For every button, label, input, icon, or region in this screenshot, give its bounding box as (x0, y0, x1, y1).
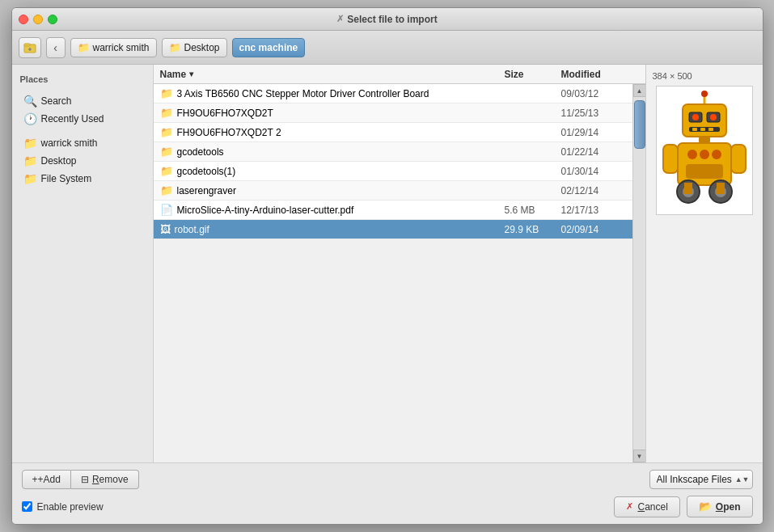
cancel-label: Cancel (637, 501, 667, 513)
file-icon: 📁 (160, 87, 173, 99)
folder-icon-desktop: 📁 (169, 42, 181, 53)
toolbar: ‹ 📁 warrick smith 📁 Desktop cnc machine (12, 31, 763, 65)
title-label: Select file to import (347, 14, 437, 25)
svg-rect-20 (686, 164, 723, 179)
sidebar-item-warrick-smith[interactable]: 📁 warrick smith (15, 134, 150, 152)
file-row-name: 📄 MicroSlice-A-tiny-Arduino-laser-cutter… (160, 204, 505, 216)
file-icon: 📁 (160, 126, 173, 138)
sidebar-label-desktop: Desktop (41, 155, 77, 167)
file-row-size: 5.6 MB (505, 205, 561, 216)
breadcrumb-label-2: cnc machine (239, 42, 298, 53)
open-button[interactable]: 📂 Open (687, 496, 753, 517)
home-folder-icon: 📁 (23, 137, 36, 150)
file-row[interactable]: 🖼 robot.gif 29.9 KB 02/09/14 (154, 220, 632, 239)
cancel-button[interactable]: ✗ Cancel (614, 496, 679, 517)
scroll-up-button[interactable]: ▲ (633, 84, 645, 97)
scrollbar[interactable]: ▲ ▼ (632, 84, 645, 462)
file-name-label: robot.gif (175, 224, 209, 235)
file-type-select-wrapper: All Inkscape Files SVG Files PNG Files P… (649, 470, 753, 489)
svg-rect-14 (708, 128, 713, 131)
breadcrumb-cnc-machine[interactable]: cnc machine (232, 38, 306, 57)
file-row[interactable]: 📁 FH9OU6FHO7XQD2T 11/25/13 (154, 103, 632, 123)
file-row-modified: 12/17/13 (561, 205, 626, 216)
scroll-down-button[interactable]: ▼ (633, 450, 645, 462)
scroll-thumb[interactable] (634, 100, 645, 149)
preview-dimensions: 384 × 500 (653, 71, 692, 81)
add-label: +Add (38, 474, 61, 485)
file-name-label: MicroSlice-A-tiny-Arduino-laser-cutter.p… (177, 205, 354, 216)
svg-point-17 (687, 150, 697, 159)
file-name-label: FH9OU6FHO7XQD2T 2 (177, 127, 281, 138)
sidebar-label-search: Search (41, 95, 72, 107)
maximize-button[interactable] (48, 15, 57, 24)
file-icon: 📁 (160, 107, 173, 119)
svg-rect-22 (731, 145, 746, 173)
desktop-icon: 📁 (23, 154, 36, 167)
svg-rect-27 (684, 183, 692, 194)
enable-preview-checkbox[interactable] (22, 501, 32, 512)
add-button[interactable]: + +Add (22, 470, 71, 489)
enable-preview-label[interactable]: Enable preview (37, 501, 104, 513)
file-list-container: 📁 3 Axis TB6560 CNC Stepper Motor Driver… (154, 84, 645, 462)
svg-point-19 (712, 150, 721, 159)
file-row-modified: 02/12/14 (561, 185, 626, 196)
breadcrumb-warrick-smith[interactable]: 📁 warrick smith (70, 38, 157, 57)
file-row-modified: 01/22/14 (561, 146, 626, 158)
file-row[interactable]: 📁 laserengraver 02/12/14 (154, 181, 632, 201)
sidebar-item-desktop[interactable]: 📁 Desktop (15, 152, 150, 170)
filesystem-icon: 📁 (23, 172, 36, 185)
remove-label: Remove (92, 474, 129, 485)
file-row-name: 📁 gcodetools(1) (160, 165, 505, 177)
close-button[interactable] (19, 15, 28, 24)
sidebar-label-warrick: warrick smith (41, 137, 98, 149)
recently-used-icon: 🕐 (23, 112, 36, 125)
file-row[interactable]: 📁 FH9OU6FHO7XQD2T 2 01/29/14 (154, 123, 632, 142)
svg-rect-15 (699, 137, 710, 143)
remove-button[interactable]: ⊟ Remove (71, 470, 139, 489)
svg-point-10 (710, 114, 717, 120)
file-row-name: 📁 3 Axis TB6560 CNC Stepper Motor Driver… (160, 87, 505, 99)
column-size-label: Size (505, 69, 524, 80)
plus-icon: + (32, 474, 38, 485)
sidebar-item-filesystem[interactable]: 📁 File System (15, 170, 150, 188)
title-icon: ✗ (336, 14, 344, 24)
file-row[interactable]: 📁 3 Axis TB6560 CNC Stepper Motor Driver… (154, 84, 632, 103)
breadcrumb-desktop[interactable]: 📁 Desktop (162, 38, 227, 57)
column-name[interactable]: Name ▾ (160, 69, 505, 80)
select-file-dialog: ✗ Select file to import ‹ 📁 warrick smit… (11, 7, 763, 525)
file-row-modified: 11/25/13 (561, 108, 626, 119)
file-icon: 📁 (160, 184, 173, 196)
file-row-name: 📁 FH9OU6FHO7XQD2T 2 (160, 126, 505, 138)
back-button[interactable]: ‹ (46, 37, 66, 58)
window-title: ✗ Select file to import (336, 14, 437, 25)
svg-rect-21 (663, 145, 678, 173)
column-name-label: Name (160, 69, 187, 80)
sidebar-divider (12, 86, 153, 92)
svg-rect-13 (700, 128, 705, 131)
bottom-bar: + +Add ⊟ Remove All Inkscape Files SVG F… (12, 462, 763, 524)
svg-rect-28 (717, 183, 725, 194)
action-buttons: Enable preview ✗ Cancel 📂 Open (22, 496, 753, 517)
minus-icon: ⊟ (81, 474, 89, 485)
column-size[interactable]: Size (505, 69, 561, 80)
sidebar: Places 🔍 Search 🕐 Recently Used 📁 warric… (12, 65, 154, 462)
bottom-controls: + +Add ⊟ Remove All Inkscape Files SVG F… (22, 470, 753, 489)
file-row[interactable]: 📄 MicroSlice-A-tiny-Arduino-laser-cutter… (154, 201, 632, 220)
traffic-lights (19, 15, 57, 24)
sidebar-item-search[interactable]: 🔍 Search (15, 92, 150, 110)
svg-point-9 (692, 114, 699, 120)
sidebar-item-recently-used[interactable]: 🕐 Recently Used (15, 110, 150, 128)
file-row[interactable]: 📁 gcodetools 01/22/14 (154, 142, 632, 162)
new-folder-button[interactable] (19, 37, 41, 58)
file-row[interactable]: 📁 gcodetools(1) 01/30/14 (154, 162, 632, 181)
minimize-button[interactable] (33, 15, 43, 24)
column-modified-label: Modified (561, 69, 601, 80)
content-area: Places 🔍 Search 🕐 Recently Used 📁 warric… (12, 65, 763, 462)
file-type-select[interactable]: All Inkscape Files SVG Files PNG Files P… (649, 470, 753, 489)
enable-preview-row: Enable preview (22, 501, 104, 513)
open-icon: 📂 (699, 500, 712, 513)
column-modified[interactable]: Modified (561, 69, 626, 80)
sidebar-label-filesystem: File System (41, 173, 92, 184)
sidebar-divider-2 (12, 128, 153, 134)
breadcrumb-label-0: warrick smith (93, 42, 150, 53)
